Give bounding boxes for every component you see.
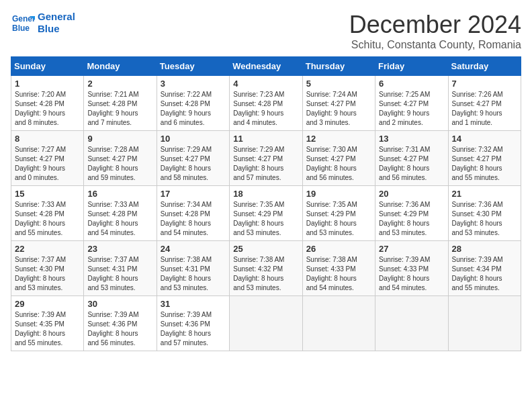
day-cell-17: 17Sunrise: 7:34 AMSunset: 4:28 PMDayligh… (157, 186, 229, 241)
day-details: Sunrise: 7:36 AMSunset: 4:30 PMDaylight:… (452, 200, 517, 238)
day-number: 24 (161, 244, 226, 254)
column-header-sunday: Sunday (11, 57, 84, 76)
day-details: Sunrise: 7:36 AMSunset: 4:29 PMDaylight:… (379, 200, 444, 238)
logo-icon: General Blue (11, 11, 35, 35)
day-cell-18: 18Sunrise: 7:35 AMSunset: 4:29 PMDayligh… (230, 186, 302, 241)
column-header-monday: Monday (84, 57, 157, 76)
day-details: Sunrise: 7:20 AMSunset: 4:28 PMDaylight:… (15, 90, 80, 128)
day-details: Sunrise: 7:30 AMSunset: 4:27 PMDaylight:… (306, 145, 371, 183)
day-number: 17 (161, 189, 226, 199)
header-row: SundayMondayTuesdayWednesdayThursdayFrid… (11, 57, 521, 76)
day-details: Sunrise: 7:39 AMSunset: 4:36 PMDaylight:… (161, 310, 226, 348)
day-number: 11 (233, 134, 298, 144)
empty-cell (230, 296, 302, 351)
day-number: 5 (306, 79, 371, 89)
day-details: Sunrise: 7:26 AMSunset: 4:27 PMDaylight:… (452, 90, 517, 128)
day-cell-10: 10Sunrise: 7:29 AMSunset: 4:27 PMDayligh… (157, 131, 229, 186)
day-details: Sunrise: 7:33 AMSunset: 4:28 PMDaylight:… (15, 200, 80, 238)
day-number: 1 (15, 79, 80, 89)
day-cell-29: 29Sunrise: 7:39 AMSunset: 4:35 PMDayligh… (11, 296, 84, 351)
calendar-week-2: 8Sunrise: 7:27 AMSunset: 4:27 PMDaylight… (11, 131, 521, 186)
day-details: Sunrise: 7:24 AMSunset: 4:27 PMDaylight:… (306, 90, 371, 128)
month-title: December 2024 (349, 11, 521, 39)
day-cell-11: 11Sunrise: 7:29 AMSunset: 4:27 PMDayligh… (230, 131, 302, 186)
day-cell-8: 8Sunrise: 7:27 AMSunset: 4:27 PMDaylight… (11, 131, 84, 186)
day-details: Sunrise: 7:39 AMSunset: 4:34 PMDaylight:… (452, 255, 517, 293)
day-number: 21 (452, 189, 517, 199)
day-number: 9 (87, 134, 152, 144)
day-number: 28 (452, 244, 517, 254)
day-cell-9: 9Sunrise: 7:28 AMSunset: 4:27 PMDaylight… (84, 131, 157, 186)
day-cell-24: 24Sunrise: 7:38 AMSunset: 4:31 PMDayligh… (157, 241, 229, 296)
day-cell-14: 14Sunrise: 7:32 AMSunset: 4:27 PMDayligh… (448, 131, 521, 186)
day-details: Sunrise: 7:38 AMSunset: 4:33 PMDaylight:… (306, 255, 371, 293)
day-details: Sunrise: 7:38 AMSunset: 4:31 PMDaylight:… (161, 255, 226, 293)
logo-general: General (38, 11, 75, 23)
day-number: 3 (161, 79, 226, 89)
day-number: 13 (379, 134, 444, 144)
day-cell-25: 25Sunrise: 7:38 AMSunset: 4:32 PMDayligh… (230, 241, 302, 296)
day-details: Sunrise: 7:28 AMSunset: 4:27 PMDaylight:… (87, 145, 152, 183)
day-number: 20 (379, 189, 444, 199)
day-details: Sunrise: 7:39 AMSunset: 4:33 PMDaylight:… (379, 255, 444, 293)
empty-cell (375, 296, 448, 351)
day-number: 31 (161, 299, 226, 309)
day-number: 25 (233, 244, 298, 254)
day-details: Sunrise: 7:27 AMSunset: 4:27 PMDaylight:… (15, 145, 80, 183)
day-details: Sunrise: 7:29 AMSunset: 4:27 PMDaylight:… (233, 145, 298, 183)
day-cell-4: 4Sunrise: 7:23 AMSunset: 4:28 PMDaylight… (230, 76, 302, 131)
day-cell-1: 1Sunrise: 7:20 AMSunset: 4:28 PMDaylight… (11, 76, 84, 131)
day-number: 22 (15, 244, 80, 254)
day-cell-2: 2Sunrise: 7:21 AMSunset: 4:28 PMDaylight… (84, 76, 157, 131)
svg-text:Blue: Blue (12, 24, 30, 33)
day-number: 8 (15, 134, 80, 144)
day-number: 6 (379, 79, 444, 89)
page-header: General Blue General Blue December 2024 … (11, 11, 521, 51)
day-cell-31: 31Sunrise: 7:39 AMSunset: 4:36 PMDayligh… (157, 296, 229, 351)
day-details: Sunrise: 7:25 AMSunset: 4:27 PMDaylight:… (379, 90, 444, 128)
day-cell-19: 19Sunrise: 7:35 AMSunset: 4:29 PMDayligh… (302, 186, 375, 241)
day-number: 12 (306, 134, 371, 144)
day-number: 2 (87, 79, 152, 89)
day-details: Sunrise: 7:39 AMSunset: 4:36 PMDaylight:… (87, 310, 152, 348)
day-details: Sunrise: 7:38 AMSunset: 4:32 PMDaylight:… (233, 255, 298, 293)
day-number: 23 (87, 244, 152, 254)
day-cell-3: 3Sunrise: 7:22 AMSunset: 4:28 PMDaylight… (157, 76, 229, 131)
column-header-tuesday: Tuesday (157, 57, 229, 76)
day-cell-27: 27Sunrise: 7:39 AMSunset: 4:33 PMDayligh… (375, 241, 448, 296)
empty-cell (302, 296, 375, 351)
day-cell-12: 12Sunrise: 7:30 AMSunset: 4:27 PMDayligh… (302, 131, 375, 186)
day-number: 14 (452, 134, 517, 144)
calendar-table: SundayMondayTuesdayWednesdayThursdayFrid… (11, 56, 521, 351)
day-details: Sunrise: 7:32 AMSunset: 4:27 PMDaylight:… (452, 145, 517, 183)
day-cell-26: 26Sunrise: 7:38 AMSunset: 4:33 PMDayligh… (302, 241, 375, 296)
day-cell-5: 5Sunrise: 7:24 AMSunset: 4:27 PMDaylight… (302, 76, 375, 131)
day-cell-13: 13Sunrise: 7:31 AMSunset: 4:27 PMDayligh… (375, 131, 448, 186)
day-number: 7 (452, 79, 517, 89)
day-details: Sunrise: 7:35 AMSunset: 4:29 PMDaylight:… (233, 200, 298, 238)
day-cell-28: 28Sunrise: 7:39 AMSunset: 4:34 PMDayligh… (448, 241, 521, 296)
day-cell-21: 21Sunrise: 7:36 AMSunset: 4:30 PMDayligh… (448, 186, 521, 241)
day-details: Sunrise: 7:31 AMSunset: 4:27 PMDaylight:… (379, 145, 444, 183)
day-number: 26 (306, 244, 371, 254)
calendar-week-1: 1Sunrise: 7:20 AMSunset: 4:28 PMDaylight… (11, 76, 521, 131)
day-details: Sunrise: 7:34 AMSunset: 4:28 PMDaylight:… (161, 200, 226, 238)
day-details: Sunrise: 7:29 AMSunset: 4:27 PMDaylight:… (161, 145, 226, 183)
day-number: 15 (15, 189, 80, 199)
day-cell-16: 16Sunrise: 7:33 AMSunset: 4:28 PMDayligh… (84, 186, 157, 241)
empty-cell (448, 296, 521, 351)
day-number: 4 (233, 79, 298, 89)
day-number: 19 (306, 189, 371, 199)
day-cell-20: 20Sunrise: 7:36 AMSunset: 4:29 PMDayligh… (375, 186, 448, 241)
day-details: Sunrise: 7:23 AMSunset: 4:28 PMDaylight:… (233, 90, 298, 128)
calendar-week-3: 15Sunrise: 7:33 AMSunset: 4:28 PMDayligh… (11, 186, 521, 241)
day-cell-23: 23Sunrise: 7:37 AMSunset: 4:31 PMDayligh… (84, 241, 157, 296)
day-details: Sunrise: 7:21 AMSunset: 4:28 PMDaylight:… (87, 90, 152, 128)
day-number: 30 (87, 299, 152, 309)
day-details: Sunrise: 7:39 AMSunset: 4:35 PMDaylight:… (15, 310, 80, 348)
day-number: 29 (15, 299, 80, 309)
svg-text:General: General (12, 14, 35, 24)
day-details: Sunrise: 7:37 AMSunset: 4:31 PMDaylight:… (87, 255, 152, 293)
day-details: Sunrise: 7:22 AMSunset: 4:28 PMDaylight:… (161, 90, 226, 128)
day-number: 10 (161, 134, 226, 144)
